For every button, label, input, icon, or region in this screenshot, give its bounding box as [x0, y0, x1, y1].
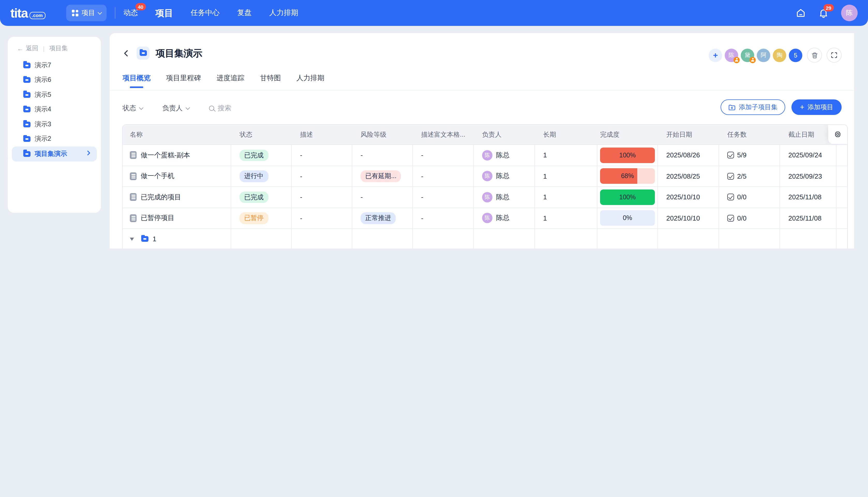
search-input[interactable]: 搜索 — [209, 103, 231, 113]
add-project-button[interactable]: + 添加项目 — [792, 99, 842, 115]
back-chevron-icon[interactable] — [122, 48, 131, 58]
long-term-cell[interactable]: 1 — [535, 166, 598, 186]
rich-description-cell[interactable]: - — [413, 144, 474, 166]
delete-button[interactable] — [807, 48, 822, 63]
rich-description-cell[interactable]: - — [413, 166, 474, 186]
member-avatar[interactable]: 阿 — [757, 48, 770, 62]
table-row[interactable]: 做一个蛋糕-副本 已完成 - - - 陈 陈总 1 100% 2025/08/2 — [122, 144, 847, 166]
long-term-cell[interactable]: 1 — [535, 207, 598, 228]
description-cell[interactable]: - — [292, 207, 352, 228]
tita-logo[interactable]: tita .com — [10, 6, 45, 19]
task-count-cell[interactable]: 0/0 — [719, 186, 780, 207]
due-date-cell[interactable]: 2025/09/23 — [780, 166, 836, 186]
due-date-cell[interactable]: 2025/09/24 — [780, 144, 836, 166]
col-description[interactable]: 描述 — [292, 125, 352, 144]
description-cell[interactable]: - — [292, 144, 352, 166]
collapse-twisty-icon[interactable] — [130, 238, 134, 241]
tab-staffing[interactable]: 人力排期 — [296, 73, 324, 83]
user-avatar[interactable]: 陈 — [841, 5, 858, 21]
due-date-cell[interactable]: 2025/11/08 — [780, 186, 836, 207]
table-row[interactable]: 已暂停项目 已暂停 - 正常推进 - 陈 陈总 1 0% 2025/10/10 — [122, 207, 847, 228]
tab-overview[interactable]: 项目概览 — [122, 73, 150, 83]
member-avatar[interactable]: 黛 — [741, 48, 754, 62]
folder-row[interactable]: 1 — [122, 228, 847, 248]
nav-item-review[interactable]: 复盘 — [237, 8, 252, 18]
risk-cell[interactable]: - — [352, 186, 413, 207]
nav-item-feed[interactable]: 动态 40 — [123, 8, 138, 18]
owner-cell[interactable]: 陈 陈总 — [474, 166, 535, 186]
col-progress[interactable]: 完成度 — [598, 125, 658, 144]
col-start-date[interactable]: 开始日期 — [658, 125, 719, 144]
col-long-term[interactable]: 长期 — [535, 125, 598, 144]
start-date-cell[interactable]: 2025/08/26 — [658, 144, 719, 166]
sidebar-item-demo6[interactable]: 演示6 — [8, 73, 101, 87]
tab-milestones[interactable]: 项目里程碑 — [166, 73, 201, 83]
risk-cell[interactable]: 已有延期... — [352, 166, 413, 186]
fullscreen-icon[interactable] — [827, 48, 842, 63]
status-cell[interactable]: 已暂停 — [231, 207, 292, 228]
member-count-badge[interactable]: 5 — [789, 48, 802, 62]
add-member-button[interactable]: + — [709, 48, 722, 62]
progress-cell[interactable]: 68% — [598, 166, 658, 186]
progress-cell[interactable]: 100% — [598, 144, 658, 166]
owner-cell[interactable]: 陈 陈总 — [474, 186, 535, 207]
project-name-cell[interactable]: 做一个蛋糕-副本 — [122, 144, 231, 166]
status-cell[interactable]: 已完成 — [231, 144, 292, 166]
folder-name-cell[interactable]: 1 — [122, 228, 231, 248]
col-status[interactable]: 状态 — [231, 125, 292, 144]
home-icon[interactable] — [796, 8, 806, 18]
description-cell[interactable]: - — [292, 166, 352, 186]
status-cell[interactable]: 已完成 — [231, 186, 292, 207]
col-rich-description[interactable]: 描述富文本格... — [413, 125, 474, 144]
column-settings-button[interactable] — [828, 125, 847, 144]
back-arrow-icon[interactable]: ← — [17, 45, 23, 52]
risk-cell[interactable]: - — [352, 144, 413, 166]
long-term-cell[interactable]: 1 — [535, 186, 598, 207]
rich-description-cell[interactable]: - — [413, 207, 474, 228]
member-avatar[interactable]: 陶 — [773, 48, 786, 62]
progress-cell[interactable]: 0% — [598, 207, 658, 228]
owner-cell[interactable]: 陈 陈总 — [474, 144, 535, 166]
nav-item-projects[interactable]: 项目 — [156, 7, 173, 19]
member-avatar[interactable]: 陈 — [725, 48, 738, 62]
col-owner[interactable]: 负责人 — [474, 125, 535, 144]
back-label[interactable]: 返回 — [26, 44, 38, 53]
start-date-cell[interactable]: 2025/10/10 — [658, 186, 719, 207]
col-name[interactable]: 名称 — [122, 125, 231, 144]
sidebar-item-demo5[interactable]: 演示5 — [8, 87, 101, 102]
status-filter[interactable]: 状态 — [122, 103, 143, 113]
sidebar-item-demo2[interactable]: 演示2 — [8, 132, 101, 146]
task-count-cell[interactable]: 2/5 — [719, 166, 780, 186]
notifications-bell-icon[interactable]: 29 — [818, 8, 829, 18]
table-row[interactable]: 已完成的项目 已完成 - - - 陈 陈总 1 100% 2025/10/10 — [122, 186, 847, 207]
project-name-cell[interactable]: 已暂停项目 — [122, 207, 231, 228]
rich-description-cell[interactable]: - — [413, 186, 474, 207]
sidebar-item-demo7[interactable]: 演示7 — [8, 58, 101, 73]
long-term-cell[interactable]: 1 — [535, 144, 598, 166]
col-risk-level[interactable]: 风险等级 — [352, 125, 413, 144]
project-name-cell[interactable]: 已完成的项目 — [122, 186, 231, 207]
owner-filter[interactable]: 负责人 — [162, 103, 189, 113]
status-cell[interactable]: 进行中 — [231, 166, 292, 186]
start-date-cell[interactable]: 2025/08/25 — [658, 166, 719, 186]
sidebar-item-demo3[interactable]: 演示3 — [8, 117, 101, 132]
project-name-cell[interactable]: 做一个手机 — [122, 166, 231, 186]
due-date-cell[interactable]: 2025/11/08 — [780, 207, 836, 228]
risk-cell[interactable]: 正常推进 — [352, 207, 413, 228]
app-switcher-button[interactable]: 项目 — [66, 5, 106, 21]
nav-item-staffing[interactable]: 人力排期 — [269, 8, 298, 18]
col-task-count[interactable]: 任务数 — [719, 125, 780, 144]
table-row[interactable]: 做一个手机 进行中 - 已有延期... - 陈 陈总 1 68% 2025/08 — [122, 166, 847, 186]
sidebar-item-demo4[interactable]: 演示4 — [8, 102, 101, 117]
add-sub-program-button[interactable]: 添加子项目集 — [721, 99, 785, 115]
owner-cell[interactable]: 陈 陈总 — [474, 207, 535, 228]
progress-cell[interactable]: 100% — [598, 186, 658, 207]
tab-progress-tracking[interactable]: 进度追踪 — [217, 73, 245, 83]
tab-gantt[interactable]: 甘特图 — [260, 73, 281, 83]
description-cell[interactable]: - — [292, 186, 352, 207]
nav-item-task-center[interactable]: 任务中心 — [191, 8, 220, 18]
task-count-cell[interactable]: 0/0 — [719, 207, 780, 228]
sidebar-item-active-program[interactable]: 项目集演示 — [12, 146, 97, 161]
task-count-cell[interactable]: 5/9 — [719, 144, 780, 166]
start-date-cell[interactable]: 2025/10/10 — [658, 207, 719, 228]
